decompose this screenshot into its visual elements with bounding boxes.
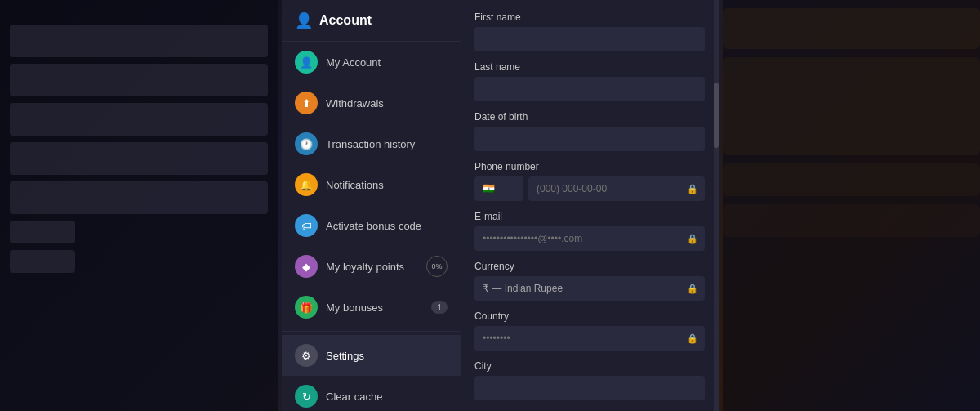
date-of-birth-label: Date of birth [474, 111, 705, 123]
settings-icon: ⚙ [295, 344, 318, 367]
date-of-birth-input[interactable] [474, 127, 705, 151]
notifications-icon: 🔔 [295, 173, 318, 196]
sidebar-item-loyalty-points[interactable]: ◆ My loyalty points 0% [282, 246, 461, 287]
country-input-wrapper: 🔒 [474, 326, 705, 351]
phone-number-input[interactable] [528, 176, 705, 201]
date-of-birth-group: Date of birth [474, 111, 705, 151]
city-group: City [474, 360, 705, 400]
last-name-group: Last name [474, 61, 705, 101]
first-name-label: First name [474, 11, 705, 23]
sidebar-title: Account [319, 13, 372, 28]
currency-group: Currency 🔒 [474, 261, 705, 301]
last-name-input[interactable] [474, 77, 705, 101]
first-name-input[interactable] [474, 27, 705, 51]
currency-lock-icon: 🔒 [687, 284, 698, 294]
email-label: E-mail [474, 211, 705, 222]
sidebar-item-transaction-history[interactable]: 🕐 Transaction history [282, 123, 461, 164]
loyalty-points-badge: 0% [426, 256, 448, 277]
email-lock-icon: 🔒 [687, 234, 698, 244]
phone-input-wrapper: 🔒 [528, 176, 705, 201]
sidebar-label-my-bonuses: My bonuses [326, 302, 383, 314]
sidebar-item-my-account[interactable]: 👤 My Account [282, 42, 461, 83]
withdrawals-icon: ⬆ [295, 92, 318, 114]
my-bonuses-icon: 🎁 [295, 296, 318, 319]
my-bonuses-count: 1 [431, 301, 448, 314]
country-label: Country [474, 310, 705, 322]
sidebar-item-notifications[interactable]: 🔔 Notifications [282, 164, 461, 205]
first-name-group: First name [474, 11, 705, 51]
sidebar-label-withdrawals: Withdrawals [326, 97, 384, 109]
my-account-icon: 👤 [295, 51, 318, 74]
clear-cache-icon: ↻ [295, 385, 318, 408]
country-lock-icon: 🔒 [687, 333, 698, 344]
last-name-label: Last name [474, 61, 705, 73]
phone-lock-icon: 🔒 [687, 184, 698, 194]
phone-prefix-input[interactable] [474, 176, 523, 201]
city-input[interactable] [474, 376, 705, 400]
sidebar-item-settings[interactable]: ⚙ Settings [282, 335, 461, 376]
sidebar-label-loyalty-points: My loyalty points [326, 261, 404, 273]
sidebar-label-clear-cache: Clear cache [326, 391, 382, 403]
sidebar-item-activate-bonus[interactable]: 🏷 Activate bonus code [282, 205, 461, 246]
sidebar-label-settings: Settings [326, 350, 364, 362]
sidebar-label-transaction-history: Transaction history [326, 138, 415, 150]
main-form: First name Last name Date of birth Phone… [461, 0, 719, 411]
sidebar-label-my-account: My Account [326, 56, 381, 69]
sidebar-divider-1 [282, 331, 461, 332]
city-label: City [474, 360, 705, 372]
email-input-wrapper: 🔒 [474, 226, 705, 251]
currency-input-wrapper: 🔒 [474, 276, 705, 301]
bg-panel-right [723, 0, 980, 411]
phone-number-label: Phone number [474, 161, 705, 172]
currency-label: Currency [474, 261, 705, 272]
transaction-history-icon: 🕐 [295, 132, 318, 155]
currency-input[interactable] [474, 276, 705, 301]
sidebar-label-activate-bonus: Activate bonus code [326, 220, 421, 232]
phone-row: 🔒 [474, 176, 705, 201]
sidebar-label-notifications: Notifications [326, 179, 384, 191]
account-icon: 👤 [295, 11, 313, 29]
bg-panel-left [0, 0, 278, 411]
sidebar-item-withdrawals[interactable]: ⬆ Withdrawals [282, 83, 461, 123]
sidebar-header: 👤 Account [282, 0, 461, 42]
email-input[interactable] [474, 226, 705, 251]
sidebar: 👤 Account 👤 My Account ⬆ Withdrawals 🕐 T… [282, 0, 461, 411]
loyalty-points-icon: ◆ [295, 255, 318, 278]
sidebar-item-clear-cache[interactable]: ↻ Clear cache [282, 376, 461, 411]
email-group: E-mail 🔒 [474, 211, 705, 251]
phone-number-group: Phone number 🔒 [474, 161, 705, 201]
activate-bonus-icon: 🏷 [295, 214, 318, 237]
sidebar-item-my-bonuses[interactable]: 🎁 My bonuses 1 [282, 287, 461, 328]
country-group: Country 🔒 [474, 310, 705, 351]
country-input[interactable] [474, 326, 705, 351]
